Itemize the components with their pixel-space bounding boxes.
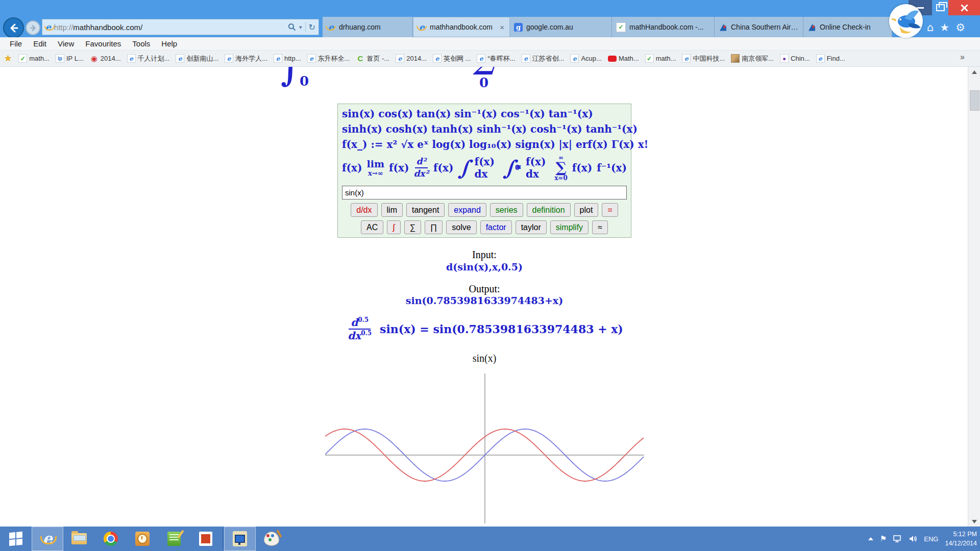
windows-logo-icon: [9, 532, 22, 546]
outlook-icon: [135, 532, 150, 546]
tab-online-checkin[interactable]: Online Check-in: [803, 17, 892, 37]
sum-button[interactable]: ∑: [404, 220, 421, 234]
favorite-item[interactable]: Find...: [814, 53, 848, 64]
ac-button[interactable]: AC: [361, 220, 383, 234]
menu-help[interactable]: Help: [156, 39, 183, 48]
search-icon[interactable]: [288, 23, 296, 31]
approx-button[interactable]: ≈: [592, 220, 608, 234]
taskbar-display-app-button[interactable]: [224, 527, 256, 551]
taskbar-explorer-button[interactable]: [63, 527, 95, 551]
menu-tools[interactable]: Tools: [127, 39, 156, 48]
favorite-item[interactable]: 首页 -...: [353, 53, 392, 64]
browser-action-icons: ⌂ ★ ⚙: [927, 21, 965, 34]
paint-palette-icon: [264, 532, 279, 546]
favorite-item[interactable]: 2014...: [87, 53, 124, 64]
menu-edit[interactable]: Edit: [28, 39, 52, 48]
favorite-item[interactable]: 2014...: [393, 53, 429, 64]
scroll-down-button[interactable]: [968, 516, 980, 527]
favorite-item[interactable]: 南京领军...: [728, 53, 776, 64]
taskbar-chrome-button[interactable]: [95, 527, 127, 551]
action-center-flag-icon[interactable]: [880, 534, 887, 543]
factor-button[interactable]: factor: [480, 220, 512, 234]
integral-button[interactable]: ∫: [387, 220, 400, 234]
ie-icon: e: [418, 23, 426, 32]
tab-close-icon[interactable]: ×: [499, 23, 505, 32]
clock[interactable]: 5:12 PM 14/12/2014: [945, 530, 977, 548]
address-bar[interactable]: e http://mathhandbook.com/ ▾ ↻: [42, 19, 319, 35]
start-button[interactable]: [0, 527, 32, 551]
favorite-item[interactable]: http...: [271, 53, 304, 64]
favorite-item[interactable]: 英创网 ...: [430, 53, 473, 64]
tray-expand-icon[interactable]: [868, 537, 873, 540]
favorite-item[interactable]: Math...: [605, 54, 642, 63]
taylor-button[interactable]: taylor: [516, 220, 547, 234]
tangent-button[interactable]: tangent: [406, 203, 445, 217]
favorite-item[interactable]: math...: [16, 53, 52, 64]
url-text[interactable]: http://mathhandbook.com/: [54, 23, 285, 32]
search-dropdown-caret-icon[interactable]: ▾: [299, 24, 302, 31]
taskbar-powerpoint-button[interactable]: [190, 527, 222, 551]
forward-arrow-icon: [30, 24, 37, 32]
favorite-item[interactable]: Acup...: [568, 53, 604, 64]
language-indicator[interactable]: ENG: [924, 535, 938, 543]
home-icon[interactable]: ⌂: [927, 21, 934, 34]
favorite-item[interactable]: “春晖杯...: [474, 53, 518, 64]
favorite-item[interactable]: 海外学人...: [222, 53, 270, 64]
favorite-item[interactable]: 东升杯全...: [305, 53, 353, 64]
bird-logo[interactable]: [889, 4, 923, 38]
scrollbar-thumb[interactable]: [970, 90, 979, 111]
favorite-item[interactable]: 江苏省创...: [519, 53, 567, 64]
ie-icon: e: [327, 23, 335, 32]
tab-label: drhuang.com: [339, 23, 381, 31]
product-button[interactable]: ∏: [425, 220, 443, 234]
taskbar-ie-button[interactable]: e: [32, 527, 63, 551]
tab-drhuang[interactable]: e drhuang.com: [323, 17, 413, 37]
expand-button[interactable]: expand: [448, 203, 486, 217]
favorite-item[interactable]: 创新南山...: [173, 53, 221, 64]
menu-view[interactable]: View: [52, 39, 80, 48]
favorite-item[interactable]: Chin...: [777, 53, 813, 64]
favorite-item[interactable]: math...: [643, 53, 679, 64]
volume-icon[interactable]: [909, 535, 917, 542]
lim-button[interactable]: lim: [381, 203, 403, 217]
vertical-scrollbar[interactable]: [968, 67, 980, 527]
simplify-button[interactable]: simplify: [550, 220, 589, 234]
favorites-overflow-chevron[interactable]: »: [960, 53, 965, 62]
tab-mathhandbook-doc[interactable]: ✓ mathHandbook.com -...: [612, 17, 715, 37]
add-favorite-star-icon[interactable]: ★: [4, 53, 12, 64]
back-button[interactable]: [3, 17, 24, 38]
network-icon[interactable]: [893, 535, 902, 542]
series-button[interactable]: series: [490, 203, 523, 217]
menu-favourites[interactable]: Favourites: [80, 39, 127, 48]
solve-button[interactable]: solve: [446, 220, 476, 234]
tab-mathhandbook[interactable]: e mathhandbook.com ×: [413, 17, 510, 37]
address-bar-divider: [305, 22, 306, 32]
definition-button[interactable]: definition: [527, 203, 571, 217]
tab-google[interactable]: g google.com.au: [510, 17, 612, 37]
restore-icon: [936, 4, 945, 11]
expression-input[interactable]: [342, 186, 627, 199]
trig-functions-line: sin(x) cos(x) tan(x) sin⁻¹(x) cos⁻¹(x) t…: [342, 106, 627, 121]
favorite-item[interactable]: 中国科技...: [679, 53, 727, 64]
favorite-item[interactable]: 千人计划...: [125, 53, 173, 64]
restore-button[interactable]: [932, 0, 948, 15]
tab-china-southern[interactable]: China Southern Airline...: [715, 17, 803, 37]
forward-button[interactable]: [26, 20, 40, 35]
favorites-star-icon[interactable]: ★: [940, 21, 949, 34]
refresh-icon[interactable]: ↻: [309, 22, 315, 32]
scroll-up-icon: [972, 70, 977, 74]
close-button[interactable]: [948, 0, 980, 15]
plot-button[interactable]: plot: [574, 203, 599, 217]
ddx-button[interactable]: d/dx: [351, 203, 377, 217]
doc-check-icon: ✓: [616, 22, 626, 32]
favorite-item[interactable]: IP L...: [53, 53, 86, 64]
menu-file[interactable]: File: [4, 39, 28, 48]
scroll-up-button[interactable]: [968, 67, 980, 77]
taskbar-paint-button[interactable]: [256, 527, 287, 551]
page-content: ∫ 0 ∑ 0 sin(x) cos(x) tan(x) sin⁻¹(x) co…: [0, 67, 980, 527]
settings-gear-icon[interactable]: ⚙: [955, 21, 965, 34]
taskbar-notes-button[interactable]: [158, 527, 190, 551]
equals-button[interactable]: =: [602, 203, 618, 217]
taskbar-outlook-button[interactable]: [127, 527, 158, 551]
display-app-icon: [233, 531, 247, 546]
